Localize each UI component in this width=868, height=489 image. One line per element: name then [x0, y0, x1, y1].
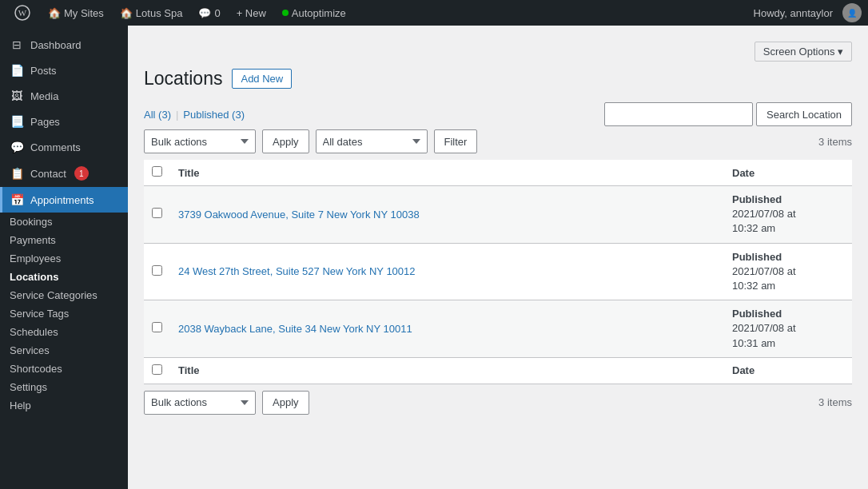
row-checkbox-0[interactable] [152, 208, 162, 218]
home-icon: 🏠 [120, 7, 133, 19]
sidebar-item-media[interactable]: 🖼 Media [0, 83, 128, 109]
posts-icon: 📄 [10, 64, 24, 77]
table-header-row: Title Date [144, 160, 852, 186]
svg-text:W: W [18, 8, 27, 18]
title-column-header: Title [170, 160, 724, 186]
new-content-menu[interactable]: + New [230, 0, 273, 26]
layout: ⊟ Dashboard 📄 Posts 🖼 Media 📃 Pages 💬 Co… [0, 26, 868, 489]
sidebar-label-appointments: Appointments [30, 194, 94, 206]
sidebar-sub-locations[interactable]: Locations [0, 268, 128, 286]
sidebar-sub-settings[interactable]: Settings [0, 378, 128, 396]
sidebar-sub-schedules[interactable]: Schedules [0, 323, 128, 341]
items-count-bottom: 3 items [818, 396, 852, 408]
filter-status-bar: All (3) | Published (3) [144, 109, 245, 121]
sidebar-item-appointments[interactable]: 📅 Appointments [0, 187, 128, 213]
row-checkbox-2[interactable] [152, 322, 162, 332]
sidebar-label-contact: Contact [30, 168, 66, 180]
comments-link[interactable]: 💬 0 [192, 0, 226, 26]
sidebar-item-contact[interactable]: 📋 Contact 1 [0, 160, 128, 187]
search-location-input[interactable] [604, 102, 753, 126]
date-value: 2021/07/08 at [732, 208, 796, 220]
apply-button-top[interactable]: Apply [262, 129, 309, 153]
time-value: 10:31 am [732, 337, 775, 349]
filter-button[interactable]: Filter [434, 129, 478, 153]
appointments-icon: 📅 [10, 193, 24, 206]
sidebar-item-comments[interactable]: 💬 Comments [0, 134, 128, 160]
select-all-footer-cb [144, 357, 170, 384]
filter-all-link[interactable]: All (3) [144, 109, 171, 121]
sidebar-sub-employees[interactable]: Employees [0, 249, 128, 268]
autoptimize-link[interactable]: Autoptimize [276, 0, 352, 26]
action-bar-left-bottom: Bulk actions Apply [144, 391, 309, 415]
select-all-checkbox[interactable] [152, 166, 162, 177]
date-value: 2021/07/08 at [732, 265, 796, 277]
location-title-link-2[interactable]: 2038 Wayback Lane, Suite 34 New York NY … [178, 323, 412, 335]
sidebar-sub-service-tags[interactable]: Service Tags [0, 304, 128, 323]
sidebar-sub-services[interactable]: Services [0, 341, 128, 360]
row-checkbox-cell [144, 300, 170, 358]
date-status: Published [732, 193, 782, 205]
location-title-link-0[interactable]: 3739 Oakwood Avenue, Suite 7 New York NY… [178, 209, 420, 221]
date-column-header: Date [724, 160, 852, 186]
row-date-cell: Published 2021/07/08 at 10:31 am [724, 300, 852, 358]
date-status: Published [732, 251, 782, 263]
sidebar-label-pages: Pages [30, 116, 60, 128]
table-body: 3739 Oakwood Avenue, Suite 7 New York NY… [144, 186, 852, 358]
sidebar: ⊟ Dashboard 📄 Posts 🖼 Media 📃 Pages 💬 Co… [0, 26, 128, 489]
row-checkbox-1[interactable] [152, 265, 162, 276]
row-title-cell: 2038 Wayback Lane, Suite 34 New York NY … [170, 300, 724, 358]
pages-icon: 📃 [10, 115, 24, 128]
sidebar-item-pages[interactable]: 📃 Pages [0, 109, 128, 134]
dates-filter-select[interactable]: All dates [316, 129, 428, 153]
row-date-cell: Published 2021/07/08 at 10:32 am [724, 243, 852, 300]
sidebar-sub-shortcodes[interactable]: Shortcodes [0, 360, 128, 378]
date-value: 2021/07/08 at [732, 322, 796, 334]
action-bar-left-top: Bulk actions Apply All dates Filter [144, 129, 477, 153]
contact-icon: 📋 [10, 167, 24, 180]
row-title-cell: 3739 Oakwood Avenue, Suite 7 New York NY… [170, 186, 724, 244]
sidebar-sub-payments[interactable]: Payments [0, 231, 128, 249]
select-all-footer-checkbox[interactable] [152, 364, 162, 375]
table-footer-row: Title Date [144, 357, 852, 384]
sidebar-sub-service-categories[interactable]: Service Categories [0, 286, 128, 304]
row-date-cell: Published 2021/07/08 at 10:32 am [724, 186, 852, 244]
filter-published-link[interactable]: Published (3) [183, 109, 245, 121]
search-location-button[interactable]: Search Location [756, 102, 852, 126]
wp-logo-icon[interactable]: W [6, 0, 38, 26]
locations-table: Title Date 3739 Oakwood Avenue, Suite 7 … [144, 160, 852, 384]
sidebar-sub-bookings[interactable]: Bookings [0, 213, 128, 231]
user-greeting: Howdy, anntaylor [747, 7, 839, 19]
sidebar-label-dashboard: Dashboard [30, 39, 82, 51]
title-footer-header: Title [170, 357, 724, 384]
tablenav-bottom: Bulk actions Apply 3 items [144, 391, 852, 415]
row-title-cell: 24 West 27th Street, Suite 527 New York … [170, 243, 724, 300]
bulk-actions-select-top[interactable]: Bulk actions [144, 129, 256, 153]
sites-icon: 🏠 [48, 7, 61, 19]
site-name-link[interactable]: 🏠 Lotus Spa [113, 0, 189, 26]
screen-options-bar: Screen Options ▾ [144, 42, 852, 62]
my-sites-menu[interactable]: 🏠 My Sites [42, 0, 110, 26]
screen-options-button[interactable]: Screen Options ▾ [755, 42, 852, 62]
time-value: 10:32 am [732, 280, 775, 292]
row-checkbox-cell [144, 243, 170, 300]
main-content: Screen Options ▾ Locations Add New All (… [128, 26, 868, 489]
sidebar-sub-help[interactable]: Help [0, 396, 128, 415]
filter-sep: | [176, 109, 178, 121]
page-header: Locations Add New [144, 68, 852, 89]
action-bar-top: Bulk actions Apply All dates Filter 3 it… [144, 129, 852, 153]
sidebar-item-dashboard[interactable]: ⊟ Dashboard [0, 32, 128, 58]
user-avatar[interactable]: 👤 [842, 3, 862, 22]
page-title: Locations [144, 68, 222, 89]
sidebar-label-media: Media [30, 90, 58, 102]
apply-button-bottom[interactable]: Apply [262, 391, 309, 415]
date-footer-header: Date [724, 357, 852, 384]
add-new-button[interactable]: Add New [232, 69, 292, 89]
sidebar-item-posts[interactable]: 📄 Posts [0, 58, 128, 83]
contact-badge: 1 [74, 166, 89, 181]
location-title-link-1[interactable]: 24 West 27th Street, Suite 527 New York … [178, 265, 416, 277]
bulk-actions-select-bottom[interactable]: Bulk actions [144, 391, 256, 415]
table-row: 3739 Oakwood Avenue, Suite 7 New York NY… [144, 186, 852, 244]
select-all-header [144, 160, 170, 186]
search-box: Search Location [604, 102, 852, 126]
table-row: 24 West 27th Street, Suite 527 New York … [144, 243, 852, 300]
